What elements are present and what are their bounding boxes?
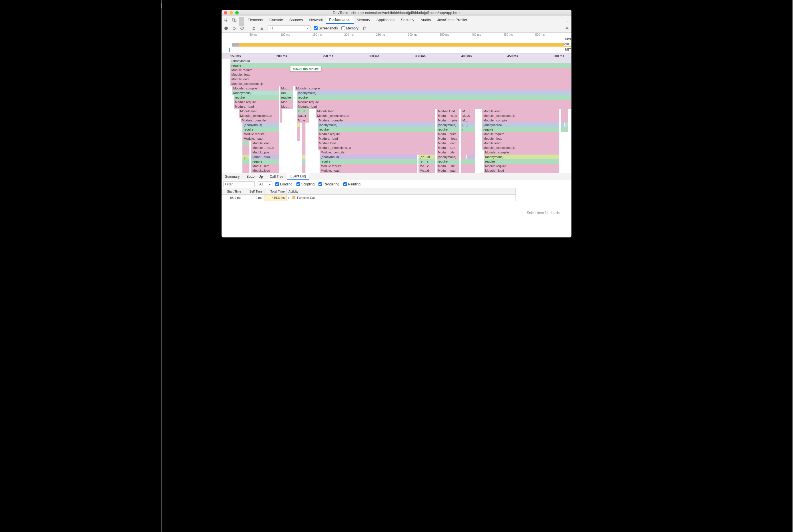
flame-cell[interactable]: require bbox=[242, 127, 279, 132]
flame-cell[interactable]: Module._compile bbox=[482, 118, 559, 122]
flame-cell[interactable]: require bbox=[484, 159, 559, 164]
flame-cell[interactable]: require bbox=[437, 127, 460, 132]
flame-cell[interactable] bbox=[302, 146, 306, 150]
flame-cell[interactable]: Modul…load bbox=[251, 168, 279, 173]
flame-cell[interactable] bbox=[242, 168, 249, 173]
flame-cell[interactable]: (anonymous) bbox=[319, 155, 418, 159]
flame-cell[interactable]: M…s bbox=[461, 113, 475, 118]
flame-cell[interactable]: r… bbox=[461, 127, 475, 132]
flame-cell[interactable] bbox=[467, 155, 475, 159]
flame-cell[interactable]: (anon…ous) bbox=[251, 155, 279, 159]
flame-cell[interactable]: Module.require bbox=[297, 100, 571, 104]
flame-cell[interactable]: Module._load bbox=[319, 168, 418, 173]
flame-cell[interactable]: (anonymous) bbox=[297, 91, 571, 95]
flame-cell[interactable] bbox=[297, 127, 300, 132]
flame-cell[interactable] bbox=[242, 150, 249, 155]
flame-cell[interactable]: Module._extensions..js bbox=[482, 146, 559, 150]
flame-cell[interactable] bbox=[561, 113, 568, 118]
flame-cell[interactable] bbox=[461, 132, 475, 136]
flame-cell[interactable]: Module._extensions..js bbox=[482, 113, 559, 118]
flame-cell[interactable]: Modul…s..js bbox=[437, 146, 460, 150]
flame-cell[interactable] bbox=[302, 127, 306, 132]
flame-cell[interactable] bbox=[302, 168, 306, 173]
flame-cell[interactable]: Module._load bbox=[230, 72, 571, 77]
flame-cell[interactable]: (…) bbox=[461, 122, 475, 127]
flame-cell[interactable]: require bbox=[437, 159, 460, 164]
flame-cell[interactable]: (anonymous) bbox=[230, 59, 571, 63]
flame-cell[interactable]: Modul…load bbox=[437, 141, 460, 146]
flame-cell[interactable]: Module.load bbox=[318, 141, 435, 146]
flame-cell[interactable]: require bbox=[234, 95, 279, 100]
flame-cell[interactable]: (anonymous) bbox=[482, 122, 559, 127]
flame-cell[interactable] bbox=[461, 141, 475, 146]
flame-cell[interactable] bbox=[302, 164, 306, 168]
flame-cell[interactable] bbox=[302, 155, 306, 159]
flame-cell[interactable]: Modul…pile bbox=[437, 150, 460, 155]
flame-cell[interactable]: Module._compile bbox=[484, 150, 559, 155]
flame-cell[interactable]: (… bbox=[242, 155, 249, 159]
flame-cell[interactable]: (anonymous) bbox=[484, 155, 559, 159]
flame-cell[interactable] bbox=[297, 136, 300, 141]
flame-cell[interactable]: Module.load bbox=[251, 141, 279, 146]
flame-cell[interactable]: Module._compile bbox=[241, 118, 279, 122]
flame-cell[interactable]: Module._load bbox=[234, 104, 279, 109]
flame-cell[interactable] bbox=[461, 164, 475, 168]
flame-cell[interactable]: Module._extensions..js bbox=[316, 113, 435, 118]
flame-cell[interactable] bbox=[297, 132, 300, 136]
flame-cell[interactable] bbox=[561, 122, 564, 127]
overview-panel[interactable]: 50 ms100 ms150 ms200 ms250 ms300 ms350 m… bbox=[222, 33, 571, 53]
flame-cell[interactable]: Module._extensions..js bbox=[318, 146, 435, 150]
flame-cell[interactable]: Module._load bbox=[242, 136, 279, 141]
flame-cell[interactable]: Module._compile bbox=[319, 150, 435, 155]
flame-cell[interactable]: Module._load bbox=[484, 168, 559, 173]
flame-cell[interactable]: (anonymous) bbox=[437, 122, 460, 127]
flame-cell[interactable]: (anonymous) bbox=[437, 155, 460, 159]
flame-cell[interactable] bbox=[461, 136, 475, 141]
flame-cell[interactable]: Module._load bbox=[482, 136, 559, 141]
flame-cell[interactable]: Module.require bbox=[230, 68, 571, 72]
flame-cell[interactable]: require bbox=[318, 127, 435, 132]
flame-cell[interactable] bbox=[461, 168, 475, 173]
playhead-cursor[interactable] bbox=[287, 59, 287, 173]
flame-cell[interactable]: Module.require bbox=[318, 132, 435, 136]
flame-cell[interactable]: Modul…ns..js bbox=[437, 113, 460, 118]
flame-cell[interactable] bbox=[280, 113, 282, 118]
flame-cell[interactable] bbox=[242, 159, 249, 164]
flame-cell[interactable]: Module.require bbox=[319, 164, 418, 168]
flame-cell[interactable]: (an…s) bbox=[419, 155, 435, 159]
flame-chart[interactable]: 406.92 msrequire (anonymous)requireModul… bbox=[222, 59, 571, 173]
flame-cell[interactable]: Module.load bbox=[316, 109, 435, 113]
flame-cell[interactable]: (anonymous) bbox=[242, 122, 279, 127]
flame-cell[interactable] bbox=[302, 141, 306, 146]
flame-cell[interactable]: lo…e bbox=[297, 109, 309, 113]
flame-cell[interactable]: l… bbox=[242, 141, 249, 146]
flame-cell[interactable]: M… bbox=[461, 118, 475, 122]
flame-cell[interactable] bbox=[297, 122, 300, 127]
flame-cell[interactable]: (anonymous) bbox=[232, 91, 279, 95]
flame-cell[interactable]: Modul…mpile bbox=[437, 118, 460, 122]
flame-cell[interactable]: Module.require bbox=[242, 132, 279, 136]
flame-cell[interactable]: Module.load bbox=[482, 109, 559, 113]
flame-cell[interactable]: Modul…uire bbox=[251, 164, 279, 168]
flame-cell[interactable] bbox=[302, 132, 306, 136]
flame-cell[interactable]: Module._compile bbox=[318, 118, 435, 122]
flame-cell[interactable]: Module.require bbox=[234, 100, 279, 104]
flame-cell[interactable] bbox=[280, 109, 282, 113]
flame-cell[interactable]: Modul…quire bbox=[437, 132, 460, 136]
flame-cell[interactable]: require bbox=[297, 95, 571, 100]
flame-cell[interactable]: Module.load bbox=[482, 141, 559, 146]
flame-cell[interactable]: Modul…load bbox=[437, 168, 460, 173]
flame-cell[interactable] bbox=[561, 127, 568, 132]
flame-cell[interactable]: Module._extensions..js bbox=[239, 113, 279, 118]
flame-cell[interactable]: Module.require bbox=[482, 132, 559, 136]
flame-cell[interactable]: Module._extensions..js bbox=[230, 81, 571, 86]
flame-cell[interactable]: Module.load bbox=[437, 109, 460, 113]
flame-cell[interactable]: Modul…uire bbox=[437, 164, 460, 168]
flame-cell[interactable] bbox=[302, 122, 306, 127]
flame-cell[interactable]: Module._load bbox=[297, 104, 571, 109]
flame-cell[interactable]: Modul…_load bbox=[437, 136, 460, 141]
flame-cell[interactable] bbox=[461, 150, 475, 155]
flame-cell[interactable] bbox=[302, 150, 306, 155]
flame-cell[interactable]: Module._compile bbox=[232, 86, 279, 91]
flame-cell[interactable] bbox=[461, 155, 466, 159]
